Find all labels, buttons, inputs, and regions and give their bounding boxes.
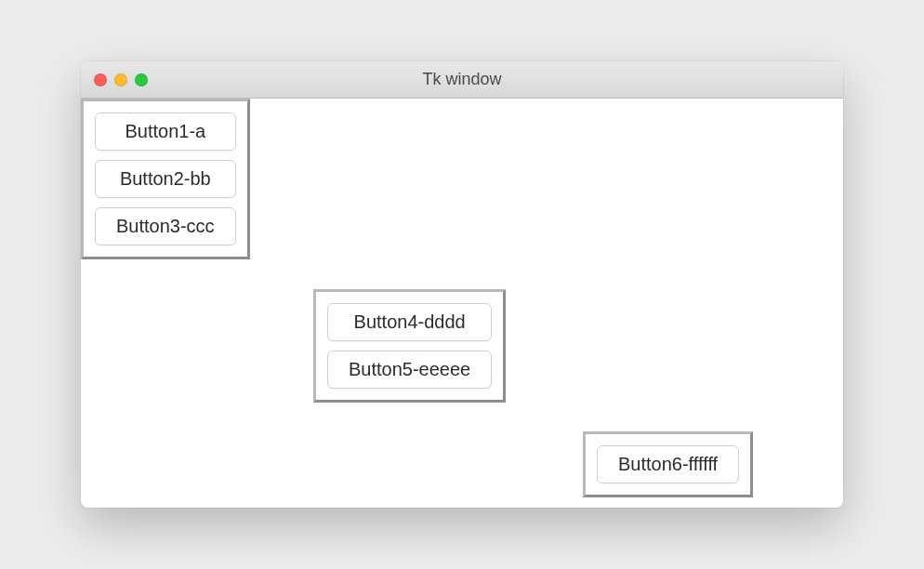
frame-3: Button6-ffffff [583, 431, 753, 497]
button-3[interactable]: Button3-ccc [95, 207, 236, 245]
maximize-button[interactable] [135, 73, 148, 86]
titlebar: Tk window [81, 61, 843, 99]
button-2[interactable]: Button2-bb [95, 160, 236, 198]
close-button[interactable] [94, 73, 107, 86]
frame-1: Button1-a Button2-bb Button3-ccc [81, 99, 250, 259]
application-window: Tk window Button1-a Button2-bb Button3-c… [81, 61, 843, 508]
window-content: Button1-a Button2-bb Button3-ccc Button4… [81, 99, 843, 508]
button-4[interactable]: Button4-dddd [327, 303, 492, 341]
button-1[interactable]: Button1-a [95, 112, 236, 151]
button-6[interactable]: Button6-ffffff [597, 445, 739, 483]
frame-2: Button4-dddd Button5-eeeee [313, 289, 506, 403]
button-5[interactable]: Button5-eeeee [327, 351, 492, 389]
window-title: Tk window [81, 70, 843, 89]
traffic-lights [81, 73, 148, 86]
minimize-button[interactable] [114, 73, 127, 86]
